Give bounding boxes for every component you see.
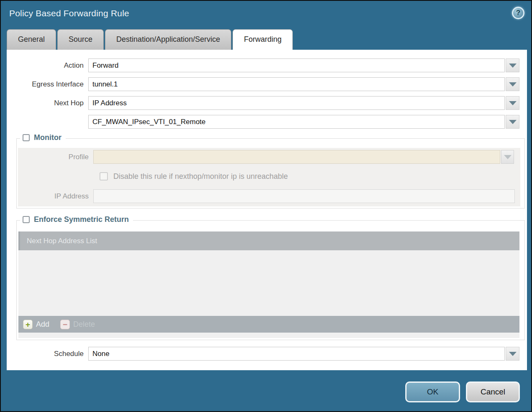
next-hop-address-list-body[interactable] [18,250,519,316]
action-row: Action [11,58,527,72]
tab-source[interactable]: Source [57,29,104,50]
chevron-down-icon [509,82,517,86]
delete-button-label: Delete [73,320,95,329]
egress-interface-dropdown-button[interactable] [506,77,519,91]
add-button-label: Add [36,320,49,329]
enforce-symmetric-return-checkbox[interactable] [23,216,30,223]
minus-icon: − [60,320,70,329]
tab-general[interactable]: General [7,29,56,50]
chevron-down-icon [509,352,517,356]
next-hop-address-list-toolbar: + Add − Delete [18,316,519,333]
next-hop-address-list-header: Next Hop Address List [18,231,519,250]
next-hop-address-dropdown-button[interactable] [506,115,519,129]
monitor-content: Profile Disable this rule if nexthop/mon… [18,148,520,206]
profile-input [93,150,500,164]
plus-icon: + [23,320,33,329]
next-hop-dropdown-button[interactable] [506,96,519,110]
action-dropdown-button[interactable] [506,58,519,72]
chevron-down-icon [504,155,512,159]
help-icon[interactable]: ? [512,7,524,19]
monitor-profile-row: Profile [18,150,520,164]
schedule-input[interactable] [88,347,505,361]
next-hop-row: Next Hop [11,96,527,110]
schedule-label: Schedule [11,350,88,358]
dialog-title: Policy Based Forwarding Rule [9,8,129,18]
ok-button[interactable]: OK [405,381,460,402]
enforce-symmetric-return-legend-label: Enforce Symmetric Return [34,215,129,224]
next-hop-address-row [11,115,527,129]
disable-rule-row: Disable this rule if nexthop/monitor ip … [100,171,520,181]
schedule-row: Schedule [11,347,527,361]
monitor-ip-input [93,189,515,203]
monitor-ip-label: IP Address [18,192,93,201]
forwarding-tab-panel: Action Egress Interface Next Hop [7,50,527,370]
monitor-ip-row: IP Address [18,189,520,203]
next-hop-address-list-table: Next Hop Address List + Add − Delete [18,231,519,338]
monitor-legend-label: Monitor [34,133,61,142]
monitor-fieldset: Monitor Profile Disable this rule if nex… [16,138,525,209]
monitor-checkbox[interactable] [23,134,30,141]
tab-destination-application-service[interactable]: Destination/Application/Service [105,29,231,50]
chevron-down-icon [509,120,517,124]
tab-forwarding[interactable]: Forwarding [233,29,293,50]
chevron-down-icon [509,101,517,105]
chevron-down-icon [509,64,517,68]
egress-interface-row: Egress Interface [11,77,527,91]
pbf-rule-dialog: Policy Based Forwarding Rule ? General S… [0,0,532,412]
enforce-symmetric-return-fieldset: Enforce Symmetric Return Next Hop Addres… [16,220,525,340]
monitor-legend: Monitor [20,133,66,142]
table-bottom-strip [18,333,519,338]
cancel-button[interactable]: Cancel [466,381,520,402]
add-button[interactable]: + Add [23,320,49,329]
delete-button: − Delete [60,320,95,329]
profile-label: Profile [18,153,93,161]
next-hop-label: Next Hop [11,99,88,107]
next-hop-address-input[interactable] [88,115,505,129]
egress-interface-input[interactable] [88,77,505,91]
egress-interface-label: Egress Interface [11,80,88,89]
schedule-dropdown-button[interactable] [506,347,519,361]
profile-dropdown-button [501,150,514,164]
next-hop-input[interactable] [88,96,505,110]
enforce-symmetric-return-legend: Enforce Symmetric Return [20,215,133,224]
action-input[interactable] [88,58,505,72]
disable-rule-label: Disable this rule if nexthop/monitor ip … [113,172,288,181]
action-label: Action [11,61,88,70]
tab-bar: General Source Destination/Application/S… [7,29,294,50]
disable-rule-checkbox [100,172,108,181]
